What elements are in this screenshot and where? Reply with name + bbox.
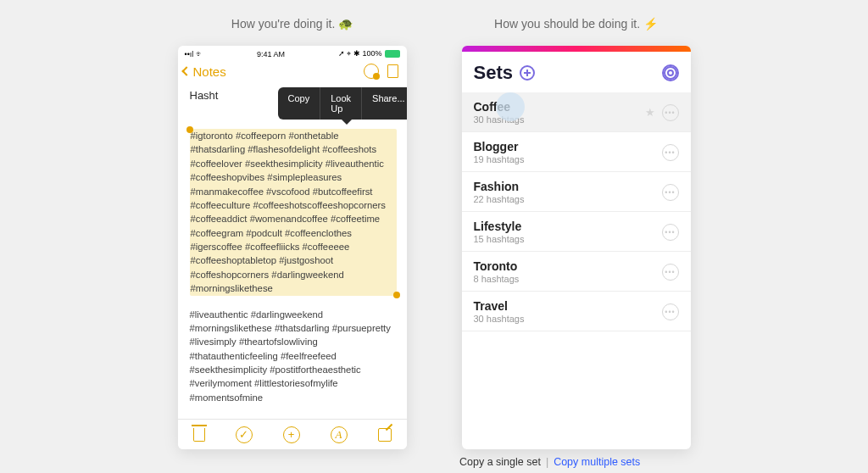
status-bar: ••ıl ᯤ 9:41 AM ➚ ⌖ ✱ 100% xyxy=(178,46,407,62)
set-count: 30 hashtags xyxy=(474,114,525,125)
set-row[interactable]: Coffee30 hashtags★••• xyxy=(462,92,691,132)
chevron-left-icon xyxy=(181,66,191,75)
add-icon[interactable]: + xyxy=(283,426,300,443)
back-label: Notes xyxy=(193,64,226,79)
set-row[interactable]: Blogger19 hashtags••• xyxy=(462,132,691,172)
notes-app-screenshot: ••ıl ᯤ 9:41 AM ➚ ⌖ ✱ 100% Notes Hasht Co xyxy=(178,46,407,449)
set-count: 30 hashtags xyxy=(474,314,525,324)
selection-handle-start[interactable] xyxy=(186,126,193,133)
status-right: ➚ ⌖ ✱ 100% xyxy=(338,49,400,58)
selection-handle-end[interactable] xyxy=(393,292,400,298)
notes-toolbar: ✓ + A xyxy=(178,419,407,449)
note-body[interactable]: #igtoronto #coffeeporn #onthetable #that… xyxy=(190,129,397,404)
back-button[interactable]: Notes xyxy=(183,64,226,79)
checklist-icon[interactable]: ✓ xyxy=(236,426,253,443)
set-count: 8 hashtags xyxy=(474,274,520,284)
caption-left: How you're doing it. 🐢 xyxy=(178,17,407,31)
set-count: 19 hashtags xyxy=(474,154,525,164)
sets-app-screenshot: Sets Coffee30 hashtags★•••Blogger19 hash… xyxy=(462,46,691,449)
selection-popover: Copy Look Up Share... xyxy=(278,87,407,120)
sets-list: Coffee30 hashtags★•••Blogger19 hashtags•… xyxy=(462,92,691,331)
share-icon[interactable] xyxy=(387,64,398,78)
add-set-button[interactable] xyxy=(520,65,535,81)
set-name: Fashion xyxy=(474,180,525,193)
caption-right: How you should be doing it. ⚡ xyxy=(462,17,691,31)
selected-text[interactable]: #igtoronto #coffeeporn #onthetable #that… xyxy=(190,129,397,296)
more-icon[interactable]: ••• xyxy=(662,144,679,161)
more-icon[interactable]: ••• xyxy=(662,264,679,281)
set-count: 15 hashtags xyxy=(474,234,525,244)
set-name: Coffee xyxy=(474,100,525,114)
compose-icon[interactable] xyxy=(378,428,392,442)
set-row[interactable]: Lifestyle15 hashtags••• xyxy=(462,212,691,252)
note-paragraph-2: #liveauthentic #darlingweekend #mornings… xyxy=(190,308,397,405)
set-count: 22 hashtags xyxy=(474,194,525,204)
signal-indicator: ••ıl ᯤ xyxy=(185,50,203,58)
settings-icon[interactable] xyxy=(662,64,679,81)
footer-separator: | xyxy=(546,456,548,468)
more-icon[interactable]: ••• xyxy=(662,224,679,241)
footer-copy-multi-link[interactable]: Copy multiple sets xyxy=(554,456,640,468)
gradient-bar xyxy=(462,46,691,52)
set-name: Blogger xyxy=(474,140,525,153)
popover-copy[interactable]: Copy xyxy=(278,87,321,120)
popover-share[interactable]: Share... xyxy=(362,87,406,120)
set-name: Lifestyle xyxy=(474,220,525,233)
star-icon[interactable]: ★ xyxy=(645,106,655,119)
set-row[interactable]: Toronto8 hashtags••• xyxy=(462,252,691,292)
set-row[interactable]: Fashion22 hashtags••• xyxy=(462,172,691,212)
more-icon[interactable]: ••• xyxy=(662,184,679,201)
markup-icon[interactable]: A xyxy=(331,426,348,443)
trash-icon[interactable] xyxy=(193,428,205,442)
more-icon[interactable]: ••• xyxy=(662,104,679,121)
more-icon[interactable]: ••• xyxy=(662,303,679,320)
set-name: Toronto xyxy=(474,259,520,273)
footer-copy-single: Copy a single set xyxy=(459,456,541,468)
page-title: Sets xyxy=(474,62,513,84)
clock: 9:41 AM xyxy=(257,50,285,58)
set-row[interactable]: Travel30 hashtags••• xyxy=(462,292,691,331)
set-name: Travel xyxy=(474,299,525,313)
collaborate-icon[interactable] xyxy=(364,64,379,79)
popover-lookup[interactable]: Look Up xyxy=(320,87,362,120)
